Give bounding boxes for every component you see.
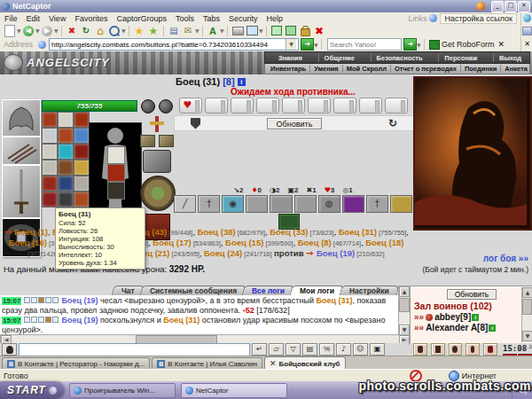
- inventory-item[interactable]: [42, 176, 58, 192]
- print-icon[interactable]: [231, 25, 244, 36]
- menu-item[interactable]: Tools: [171, 14, 199, 23]
- equip-ring-1[interactable]: [141, 99, 155, 113]
- inventory-item[interactable]: [58, 128, 74, 144]
- equip-sword[interactable]: [2, 165, 41, 218]
- equip-cross[interactable]: [150, 116, 164, 132]
- capture-dropdown[interactable]: ▼: [259, 27, 263, 34]
- combat-slot[interactable]: [333, 98, 356, 113]
- inventory-item[interactable]: [42, 112, 58, 128]
- link-settings-button[interactable]: Настройка ссылок: [440, 13, 517, 24]
- favorites-star-icon[interactable]: ★: [133, 25, 145, 36]
- taskbar-button[interactable]: Проигрыватель Win...: [69, 383, 176, 398]
- equipped-armor[interactable]: [107, 164, 125, 182]
- scroll-up-icon[interactable]: ▲: [399, 286, 410, 297]
- url-dropdown[interactable]: ▼: [286, 39, 296, 50]
- menu-item[interactable]: Tabs: [199, 14, 224, 23]
- menu-item[interactable]: CaptorGroups: [112, 14, 171, 23]
- search-dropdown[interactable]: ▼: [121, 27, 126, 34]
- yahoo-search-input[interactable]: [328, 41, 401, 49]
- combat-slot[interactable]: ♥: [179, 98, 202, 113]
- equip-ring-2[interactable]: [159, 99, 173, 113]
- lock-icon[interactable]: [299, 25, 311, 36]
- panel-icon[interactable]: [522, 27, 532, 35]
- nav-sub-item[interactable]: Отчет о переводах: [390, 65, 457, 73]
- menu-item[interactable]: Help: [262, 14, 287, 23]
- screen-capture-icon[interactable]: [246, 25, 258, 36]
- combat-slot[interactable]: [385, 98, 408, 113]
- combat-slot[interactable]: [231, 98, 254, 113]
- equipped-amulet[interactable]: [107, 146, 125, 164]
- user-name[interactable]: Alexander A: [426, 323, 477, 332]
- nav-top-item[interactable]: Общение: [318, 54, 355, 62]
- inventory-item[interactable]: [74, 144, 90, 160]
- stop-icon[interactable]: ✖: [66, 25, 78, 36]
- nav-top-item[interactable]: Персонаж: [438, 54, 477, 62]
- fighter-link[interactable]: Боец (1): [14, 227, 48, 237]
- scroll-button[interactable]: [431, 343, 445, 356]
- weapon-tile[interactable]: ╱: [174, 195, 196, 213]
- add-favorite-icon[interactable]: ★: [147, 25, 160, 36]
- reload-icon[interactable]: ↻: [388, 117, 397, 129]
- info-icon[interactable]: i: [238, 78, 246, 86]
- log-tab-Мои логи[interactable]: Мои логи: [290, 286, 345, 295]
- equip-shield[interactable]: [140, 176, 176, 211]
- nav-sub-item[interactable]: Поединки: [460, 65, 497, 73]
- exit-button[interactable]: [483, 343, 497, 356]
- back-icon[interactable]: ◀: [22, 25, 35, 36]
- fonts-dropdown[interactable]: ▼: [220, 27, 224, 34]
- go-button[interactable]: ➜: [301, 38, 314, 51]
- menu-item[interactable]: Security: [224, 14, 262, 23]
- close-tab-icon[interactable]: ✖: [313, 25, 325, 36]
- fighter-link[interactable]: Боец (24): [204, 248, 242, 258]
- weapon-tile[interactable]: [246, 195, 268, 213]
- weapon-tile[interactable]: [342, 195, 364, 213]
- hall-scroll-down-icon[interactable]: ▼: [522, 331, 532, 341]
- fonts-icon[interactable]: A: [207, 25, 219, 36]
- chat-message-input[interactable]: [19, 343, 250, 356]
- nav-top-item[interactable]: Знания: [273, 54, 302, 62]
- weapon-tile[interactable]: ◉: [222, 195, 244, 213]
- user-name[interactable]: abbey: [434, 312, 460, 322]
- combat-slot[interactable]: [205, 98, 228, 113]
- smiley-icon[interactable]: ☺: [353, 343, 368, 356]
- private-message-button[interactable]: [2, 343, 17, 356]
- home-icon[interactable]: ⌂: [94, 25, 106, 36]
- close-button[interactable]: ✕: [518, 1, 530, 12]
- defense-shield-icon[interactable]: [191, 118, 200, 129]
- weapon-tile[interactable]: †: [198, 195, 220, 213]
- roboform-close-icon[interactable]: ✕: [498, 40, 505, 49]
- forward-dropdown[interactable]: ▼: [54, 27, 59, 34]
- character-button[interactable]: [449, 343, 463, 356]
- inventory-item[interactable]: [58, 144, 74, 160]
- fighter-link[interactable]: Боец (31): [339, 227, 377, 237]
- menu-item[interactable]: Edit: [22, 14, 45, 23]
- inventory-item[interactable]: [42, 192, 58, 207]
- fighter-link[interactable]: Боец (19): [61, 296, 98, 305]
- combat-slot[interactable]: [308, 98, 331, 113]
- fighter-link[interactable]: Боец (16): [9, 238, 47, 247]
- menu-item[interactable]: View: [44, 14, 70, 23]
- hall-scroll-thumb[interactable]: [522, 299, 532, 315]
- equip-bracelet-2[interactable]: [159, 135, 174, 147]
- send-icon[interactable]: ↵: [252, 343, 267, 356]
- browser-tab[interactable]: ✕Бойцовский клуб: [264, 356, 346, 370]
- weapon-tile[interactable]: [390, 195, 412, 213]
- nav-top-item[interactable]: Безопасность: [371, 54, 423, 62]
- inventory-item[interactable]: [74, 112, 90, 128]
- log-tab-Настройки[interactable]: Настройки: [340, 286, 400, 295]
- equipped-belt[interactable]: [107, 182, 125, 200]
- equip-bracelet-1[interactable]: [140, 135, 155, 147]
- fighter-link[interactable]: Боец (31): [316, 296, 352, 305]
- new-page-dropdown[interactable]: ▼: [17, 27, 21, 34]
- scroll-thumb[interactable]: [399, 298, 410, 312]
- inventory-item[interactable]: [42, 144, 58, 160]
- user-info-icon[interactable]: i: [472, 314, 479, 321]
- window-b-icon[interactable]: [285, 25, 297, 36]
- window-a-icon[interactable]: [270, 25, 283, 36]
- fighter-link[interactable]: -52: [243, 306, 254, 315]
- inventory-item[interactable]: [58, 112, 74, 128]
- taskbar-button[interactable]: NetCaptor: [181, 383, 287, 398]
- equip-knives[interactable]: [2, 137, 41, 165]
- nav-sub-item[interactable]: Инвентарь: [267, 65, 306, 73]
- combat-slot[interactable]: [256, 98, 279, 113]
